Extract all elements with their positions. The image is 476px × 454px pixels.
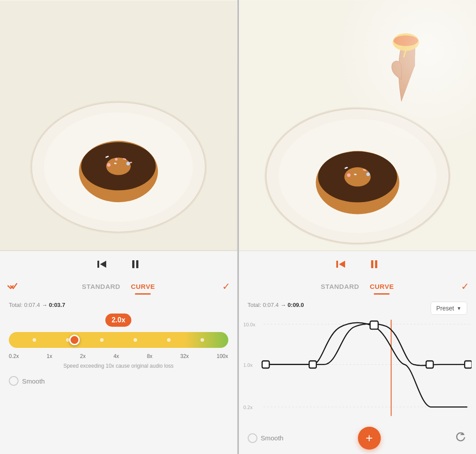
left-speed-label-4: 8x [147, 353, 152, 359]
left-new-time: 0:03.7 [49, 302, 65, 308]
add-icon: + [365, 431, 372, 445]
svg-rect-34 [239, 0, 476, 251]
svg-rect-35 [336, 261, 338, 268]
left-pause-button[interactable] [127, 256, 143, 272]
left-slider-dot-6 [201, 338, 204, 342]
left-speed-label-2: 2x [80, 353, 86, 359]
left-speed-labels: 0.2x 1x 2x 4x 8x 32x 100x [0, 351, 237, 361]
curve-node-3[interactable] [426, 361, 433, 368]
y-label-02x: 0.2x [243, 405, 253, 410]
preset-button[interactable]: Preset ▼ [431, 302, 467, 315]
left-tabs-area: STANDARD CURVE ✓ [0, 277, 237, 295]
curve-graph-container: 10.0x 1.0x 0.2x [239, 317, 476, 421]
left-speed-label-0: 0.2x [9, 353, 19, 359]
left-speed-label-5: 32x [180, 353, 189, 359]
svg-marker-16 [100, 261, 106, 268]
left-slider-dot-4 [134, 338, 137, 342]
right-smooth-toggle[interactable]: Smooth [248, 433, 284, 443]
right-panel: STANDARD CURVE ✓ Total: 0:07.4 → 0:09.0 … [239, 0, 476, 454]
left-speed-slider-track[interactable] [9, 332, 228, 348]
left-panel: STANDARD CURVE ✓ Total: 0:07.4 → 0:03.7 … [0, 0, 238, 454]
left-smooth-label: Smooth [22, 377, 45, 385]
left-slider-dot-3 [100, 338, 104, 342]
curve-node-2[interactable] [309, 361, 316, 368]
curve-node-4[interactable] [465, 361, 472, 368]
speed-curve [263, 324, 472, 365]
left-tab-standard[interactable]: STANDARD [77, 281, 126, 292]
right-time-arrow: → [280, 302, 286, 308]
left-slider-dot-5 [167, 338, 171, 342]
left-slider-section[interactable] [0, 329, 237, 351]
left-playback-controls [0, 251, 237, 277]
left-confirm-button[interactable]: ✓ [222, 281, 230, 292]
curve-node-1[interactable] [262, 361, 269, 368]
left-slider-thumb[interactable] [69, 335, 80, 345]
right-bottom-controls: Smooth + [239, 421, 476, 454]
left-speed-bubble: 2.0x [105, 314, 131, 327]
left-slider-dots [9, 338, 228, 342]
left-time-arrow: → [41, 302, 47, 308]
y-label-1x: 1.0x [243, 362, 253, 368]
left-back-check-button[interactable] [7, 281, 19, 292]
left-total-time: Total: 0:07.4 [9, 302, 40, 308]
left-tab-curve[interactable]: CURVE [126, 281, 160, 292]
right-tab-underline [374, 293, 390, 295]
curve-node-peak[interactable] [370, 321, 378, 329]
svg-rect-38 [375, 260, 377, 268]
right-skip-back-button[interactable] [333, 256, 349, 272]
svg-point-13 [126, 162, 130, 166]
svg-rect-15 [97, 261, 99, 268]
curve-graph-svg[interactable]: 10.0x 1.0x 0.2x [243, 317, 472, 421]
right-video-preview [239, 0, 476, 251]
left-tab-underline [135, 293, 151, 295]
preset-label: Preset [436, 305, 454, 312]
left-video-preview [0, 0, 237, 251]
left-speed-section: 2.0x [0, 310, 237, 329]
svg-marker-36 [339, 261, 345, 268]
add-keyframe-button[interactable]: + [358, 427, 381, 450]
right-confirm-button[interactable]: ✓ [461, 281, 469, 292]
svg-rect-37 [371, 260, 373, 268]
right-total-time: Total: 0:07.4 [248, 302, 279, 308]
left-speed-label-6: 100x [216, 353, 228, 359]
svg-point-14 [115, 158, 118, 161]
right-new-time: 0:09.0 [288, 302, 304, 308]
right-tab-standard[interactable]: STANDARD [316, 281, 364, 292]
left-time-display: Total: 0:07.4 → 0:03.7 [0, 300, 237, 310]
svg-rect-17 [132, 260, 134, 268]
left-speed-label-3: 4x [113, 353, 119, 359]
svg-rect-18 [136, 260, 138, 268]
undo-button[interactable] [455, 431, 467, 446]
left-speed-label-1: 1x [47, 353, 52, 359]
right-time-display: Total: 0:07.4 → 0:09.0 Preset ▼ [239, 300, 476, 317]
right-pause-button[interactable] [366, 256, 382, 272]
left-slider-dot-1 [33, 338, 36, 342]
left-warning-text: Speed exceeding 10x cause original audio… [0, 361, 237, 373]
right-playback-controls [239, 251, 476, 277]
y-label-10x: 10.0x [243, 322, 256, 327]
left-smooth-toggle[interactable]: Smooth [0, 373, 237, 389]
preset-dropdown-icon: ▼ [457, 306, 461, 311]
right-tab-curve[interactable]: CURVE [364, 281, 399, 292]
left-smooth-toggle-circle[interactable] [9, 376, 19, 386]
left-skip-back-button[interactable] [94, 256, 110, 272]
right-smooth-label: Smooth [261, 434, 284, 442]
right-tabs-area: STANDARD CURVE ✓ [239, 277, 476, 295]
svg-point-12 [107, 163, 111, 167]
right-smooth-toggle-circle[interactable] [248, 433, 257, 443]
